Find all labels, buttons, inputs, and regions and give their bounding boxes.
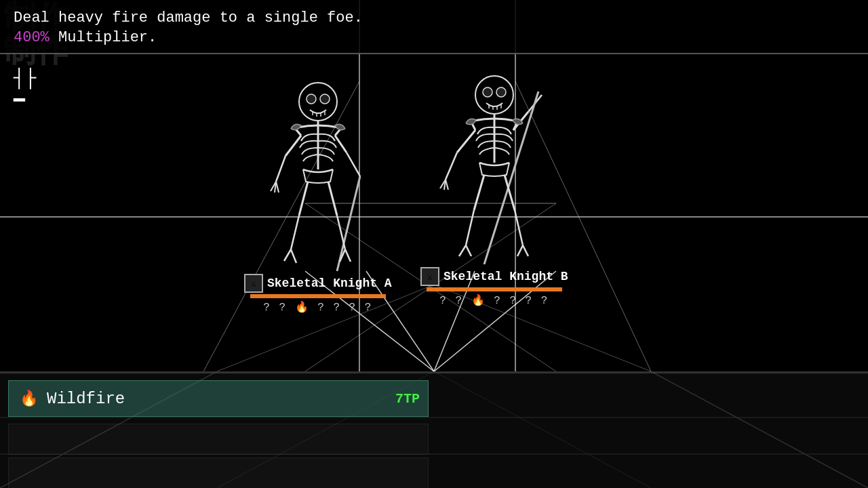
- svg-line-58: [459, 245, 466, 256]
- svg-line-35: [328, 182, 337, 216]
- svg-line-57: [466, 210, 474, 245]
- enemy-b-nameplate: ⚔ Skeletal Knight B: [420, 267, 568, 286]
- enemy-a-hp-fill: [250, 294, 386, 298]
- svg-line-24: [276, 156, 285, 182]
- enemy-a-stats: ? ? 🔥 ? ? ? ?: [263, 300, 372, 314]
- enemy-b-icon: ⚔: [420, 267, 439, 286]
- svg-line-61: [515, 210, 523, 245]
- description-area: Deal heavy fire damage to a single foe. …: [0, 0, 868, 54]
- battle-area: 制作制作: [0, 0, 868, 371]
- svg-point-39: [475, 76, 513, 114]
- svg-point-16: [320, 94, 330, 104]
- svg-point-15: [307, 94, 316, 104]
- svg-line-63: [523, 245, 528, 256]
- svg-line-34: [291, 249, 296, 263]
- svg-line-28: [335, 136, 347, 152]
- enemy-b-hp-fill: [427, 287, 562, 291]
- enemy-b-name: Skeletal Knight B: [443, 270, 568, 283]
- description-line1: Deal heavy fire damage to a single foe.: [14, 9, 363, 26]
- enemy-a-name: Skeletal Knight A: [267, 277, 392, 290]
- svg-line-38: [345, 249, 351, 262]
- enemy-a-hp-bar: [250, 294, 386, 298]
- skeleton-b-sprite: [433, 75, 555, 264]
- svg-line-59: [466, 245, 471, 256]
- wildfire-name: Wildfire: [47, 390, 395, 408]
- enemy-b-hp-bar: [427, 287, 562, 291]
- enemy-a-container[interactable]: ⚔ Skeletal Knight A ? ? 🔥 ? ? ? ?: [244, 81, 392, 314]
- svg-line-52: [446, 180, 448, 190]
- skill-slot-empty-1: [8, 424, 429, 455]
- description-text: Deal heavy fire damage to a single foe.: [14, 8, 854, 29]
- svg-line-56: [474, 175, 484, 210]
- svg-line-23: [285, 136, 301, 156]
- skill-slot-empty-2: [8, 458, 429, 488]
- description-line2: 400% Multiplier.: [14, 29, 854, 46]
- wildfire-icon: 🔥: [17, 387, 40, 410]
- svg-line-31: [299, 182, 308, 216]
- svg-line-32: [291, 216, 299, 249]
- svg-point-14: [299, 83, 337, 121]
- skill-slot-wildfire[interactable]: 🔥 Wildfire 7TP: [8, 380, 429, 417]
- action-bar: 🔥 Wildfire 7TP: [0, 371, 868, 488]
- enemy-a-nameplate: ⚔ Skeletal Knight A: [244, 274, 392, 293]
- svg-line-55: [484, 92, 538, 264]
- svg-line-29: [347, 152, 360, 176]
- svg-line-33: [284, 249, 291, 261]
- svg-line-67: [434, 371, 651, 488]
- skeleton-a-sprite: [257, 81, 379, 271]
- enemy-a-icon: ⚔: [244, 274, 263, 293]
- svg-line-48: [457, 130, 475, 152]
- enemy-b-stats: ? ? 🔥 ? ? ? ?: [439, 293, 549, 307]
- enemy-b-container[interactable]: ⚔ Skeletal Knight B ? ? 🔥 ? ? ? ?: [420, 75, 568, 307]
- wildfire-cost: 7TP: [395, 391, 420, 407]
- svg-line-27: [276, 182, 279, 192]
- svg-point-40: [483, 87, 492, 97]
- svg-line-62: [517, 245, 523, 256]
- svg-line-49: [446, 152, 457, 180]
- svg-point-41: [496, 87, 506, 97]
- svg-line-65: [651, 371, 868, 488]
- svg-line-36: [337, 216, 345, 249]
- weapon-crosshair-icon: ┤├━: [14, 68, 37, 112]
- multiplier-text: 400%: [14, 29, 50, 46]
- multiplier-suffix: Multiplier.: [50, 29, 157, 46]
